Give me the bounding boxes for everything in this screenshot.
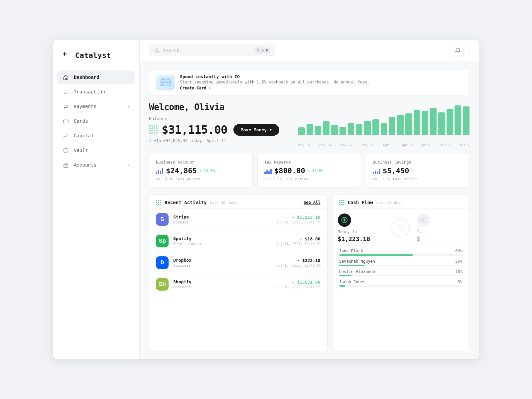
activity-panel: Recent Activity Last 30 days See All S S…	[149, 194, 328, 351]
breakdown-item: Leslie Alexander 10%	[339, 269, 463, 276]
sidebar-item-cards[interactable]: Cards	[57, 114, 135, 128]
money-in-avatar	[338, 213, 351, 227]
sidebar-item-label: Cards	[74, 119, 88, 124]
breakdown-name: Jacob Jobes	[339, 280, 365, 284]
activity-date: Aug 11, 2023, 02:41 PM	[276, 242, 320, 246]
activity-item[interactable]: Sp Spotify Entertainment - $18.00 Aug 11…	[149, 230, 327, 252]
home-icon	[63, 74, 69, 81]
sidebar-item-label: Accounts	[74, 163, 96, 168]
move-money-button[interactable]: Move Money ▾	[233, 124, 279, 136]
sidebar-item-accounts[interactable]: Accounts ▾	[57, 158, 135, 172]
promo-banner: $126,595 Spend instantly with IO Start s…	[149, 69, 469, 95]
sidebar-item-capital[interactable]: Capital	[57, 129, 135, 143]
breakdown-name: Savannah Nguyen	[339, 259, 375, 264]
cashflow-circle-icon	[391, 219, 410, 237]
banner-link[interactable]: Create Card ›	[180, 86, 370, 90]
cashflow-section-divider	[338, 245, 464, 245]
svg-text:$126,595: $126,595	[161, 78, 170, 80]
activity-item[interactable]: S Stripe Deposit + $1,223.18 Aug 24, 202…	[149, 209, 327, 230]
account-title: Business Account	[156, 160, 246, 165]
account-amount: $5,450	[383, 167, 409, 175]
main-content: Search ⌘ + K	[140, 40, 479, 359]
activity-category: Entertainment	[173, 242, 272, 246]
stripe-avatar: S	[156, 213, 169, 226]
mini-bars-icon	[264, 168, 272, 174]
see-all-link[interactable]: See All	[304, 200, 321, 205]
balance-row: $31,115.00 Move Money ▾	[149, 123, 292, 136]
card-icon	[63, 118, 69, 125]
sidebar-item-transaction[interactable]: Transaction	[57, 85, 135, 99]
building-icon	[63, 162, 69, 169]
transfer-icon	[63, 103, 69, 110]
svg-rect-4	[64, 120, 68, 123]
sidebar-item-dashboard[interactable]: Dashboard	[57, 70, 135, 84]
app-logo: + Catalyst	[53, 40, 139, 70]
breakdown-item: Jane Black 60%	[339, 249, 463, 256]
breakdown-item: Jacob Jobes 5%	[339, 280, 463, 287]
balance-label: Balance	[149, 116, 292, 121]
breakdown-name: Jane Black	[339, 249, 363, 253]
account-amount-row: $24,865 ↑ 12.6%	[156, 167, 246, 175]
welcome-greeting: Welcome, Olivia	[149, 102, 292, 112]
activity-amount: - $223.18	[276, 258, 320, 263]
sidebar-item-vault[interactable]: Vault	[57, 144, 135, 158]
account-amount: $24,865	[166, 167, 197, 175]
sidebar-nav: Dashboard Transaction	[53, 70, 139, 359]
breakdown-bar	[339, 265, 463, 266]
activity-item[interactable]: D Dropbox Business - $223.18 Jul 16, 202…	[149, 252, 327, 274]
welcome-left: Welcome, Olivia Balance $31,115.00	[149, 102, 292, 143]
breakdown-pct: 10%	[455, 269, 463, 274]
activity-info: Shopify Business	[173, 279, 272, 289]
balance-amount: $31,115.00	[149, 123, 227, 136]
activity-info: Stripe Deposit	[173, 214, 272, 224]
sidebar-item-label: Transaction	[74, 89, 105, 95]
sidebar-item-label: Capital	[74, 133, 94, 139]
search-icon	[154, 48, 159, 53]
sidebar-item-label: Payments	[74, 104, 96, 109]
account-amount: $800.00	[274, 167, 305, 175]
money-out-card: M... $	[417, 213, 464, 242]
change-badge: ↑	[412, 169, 414, 173]
money-out-avatar	[417, 213, 430, 227]
shield-icon	[63, 147, 69, 154]
activity-list: S Stripe Deposit + $1,223.18 Aug 24, 202…	[149, 209, 327, 351]
balance-chart: May 21May 24May 27May 30Apr 1Apr 3Apr 6A…	[298, 102, 469, 147]
activity-right: - $18.00 Aug 11, 2023, 02:41 PM	[276, 236, 320, 246]
activity-category: Business	[173, 285, 272, 289]
mini-bars-icon	[373, 168, 380, 174]
activity-item[interactable]: Sh Shopify Business + $1,631.00 Jul 12, …	[149, 274, 327, 295]
chart-icon	[63, 133, 69, 139]
cashflow-sub: Last 30 days	[376, 200, 403, 205]
topbar-divider	[469, 46, 469, 55]
cashflow-cards: Money In $1,223.18	[332, 209, 469, 245]
chart-labels: May 21May 24May 27May 30Apr 1Apr 3Apr 6A…	[298, 142, 469, 147]
svg-rect-7	[65, 166, 66, 168]
account-card-tax[interactable]: Tax Reserve $800.00 ↑ 12.6% vs. 9.1% las…	[257, 154, 361, 188]
balance-change: ↗ +$5,044,025.93 Today, April 12	[149, 138, 292, 143]
svg-rect-0	[65, 78, 67, 80]
breakdown-item: Savannah Nguyen 20%	[339, 259, 463, 266]
search-kbd: ⌘ + K	[255, 48, 270, 53]
balance-dots-icon	[149, 125, 158, 134]
bottom-panels: Recent Activity Last 30 days See All S S…	[149, 194, 469, 351]
svg-rect-15	[161, 84, 164, 85]
breakdown-bar	[339, 275, 463, 276]
account-cards: Business Account $24,865 ↑ 12.6% vs. 9.1…	[149, 154, 469, 188]
money-in-amount: $1,223.18	[338, 235, 385, 242]
account-card-business[interactable]: Business Account $24,865 ↑ 12.6% vs. 9.1…	[149, 154, 253, 188]
activity-right: + $1,631.00 Jul 12, 2023, 02:41 PM	[276, 280, 320, 289]
svg-rect-8	[66, 166, 67, 168]
activity-date: Jul 12, 2023, 02:41 PM	[276, 285, 320, 289]
dropbox-avatar: D	[156, 256, 169, 269]
activity-header: Recent Activity Last 30 days See All	[149, 195, 327, 209]
svg-rect-14	[160, 81, 171, 83]
mini-bars-icon	[156, 168, 163, 174]
notification-bell-button[interactable]	[452, 45, 464, 57]
account-card-savings[interactable]: Business Savings $5,450 ↑ vs. 9.1% last …	[366, 154, 469, 188]
svg-line-12	[158, 51, 159, 53]
list-icon	[63, 89, 69, 95]
search-box[interactable]: Search ⌘ + K	[149, 45, 275, 56]
sidebar-item-payments[interactable]: Payments ▾	[57, 100, 135, 114]
breakdown-pct: 5%	[458, 280, 463, 284]
activity-name: Dropbox	[173, 258, 272, 263]
